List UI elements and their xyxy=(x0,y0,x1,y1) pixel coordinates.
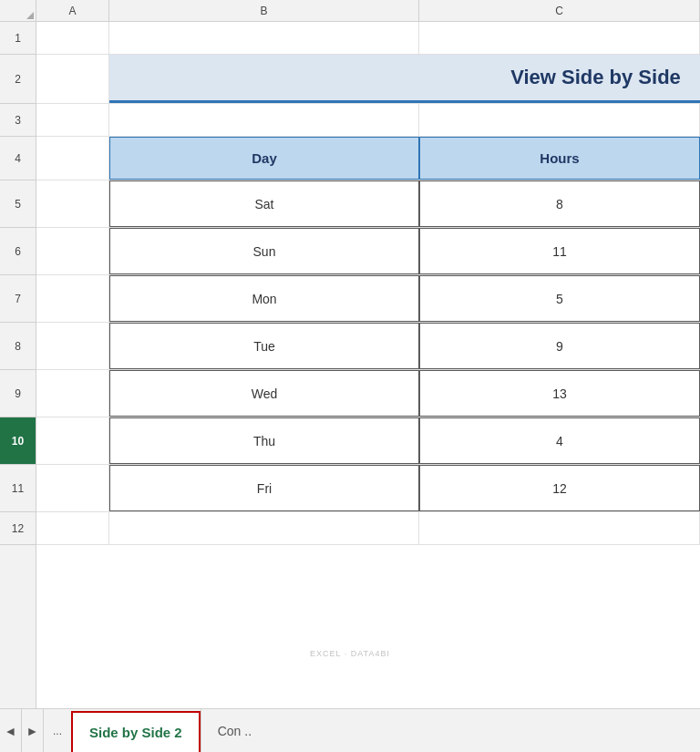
grid-row-12 xyxy=(36,512,700,545)
spreadsheet-title: View Side by Side xyxy=(510,66,681,89)
grid-body: 1 2 3 4 5 6 7 8 9 10 11 12 xyxy=(0,22,700,708)
cell-b4-header[interactable]: Day xyxy=(109,137,419,180)
cell-b11[interactable]: Fri xyxy=(109,465,419,511)
cell-c9[interactable]: 13 xyxy=(419,370,700,417)
cell-a12[interactable] xyxy=(36,512,109,544)
grid-row-11: Fri 12 xyxy=(36,465,700,512)
tab-con[interactable]: Con .. xyxy=(201,709,268,752)
cell-a5[interactable] xyxy=(36,180,109,227)
cell-c8[interactable]: 9 xyxy=(419,323,700,369)
cell-b6[interactable]: Sun xyxy=(109,228,419,274)
row-num-3[interactable]: 3 xyxy=(0,104,36,137)
cell-b8[interactable]: Tue xyxy=(109,323,419,369)
cell-c11[interactable]: 12 xyxy=(419,465,700,511)
cell-c7[interactable]: 5 xyxy=(419,275,700,322)
cell-c5[interactable]: 8 xyxy=(419,180,700,227)
grid-row-8: Tue 9 xyxy=(36,323,700,370)
grid-cells: View Side by Side Day Hours Sat 8 xyxy=(36,22,700,708)
cell-a10[interactable] xyxy=(36,417,109,464)
cell-a2[interactable] xyxy=(36,55,109,103)
grid-row-1 xyxy=(36,22,700,55)
title-cell[interactable]: View Side by Side xyxy=(109,55,700,103)
cell-c6[interactable]: 11 xyxy=(419,228,700,274)
tab-bar: ◄ ► ... Side by Side 2 Con .. xyxy=(0,708,700,752)
cell-c10[interactable]: 4 xyxy=(419,417,700,464)
cell-b7[interactable]: Mon xyxy=(109,275,419,322)
row-num-4[interactable]: 4 xyxy=(0,137,36,180)
cell-c1[interactable] xyxy=(419,22,700,54)
cell-a3[interactable] xyxy=(36,104,109,136)
grid-row-7: Mon 5 xyxy=(36,275,700,323)
tab-nav-left[interactable]: ◄ xyxy=(0,709,22,752)
cell-c12[interactable] xyxy=(419,512,700,544)
cell-a8[interactable] xyxy=(36,323,109,369)
tab-nav-right[interactable]: ► xyxy=(22,709,44,752)
row-num-8[interactable]: 8 xyxy=(0,323,36,370)
grid-row-5: Sat 8 xyxy=(36,180,700,228)
cell-a7[interactable] xyxy=(36,275,109,322)
cell-b12[interactable] xyxy=(109,512,419,544)
cell-a9[interactable] xyxy=(36,370,109,417)
grid-row-3 xyxy=(36,104,700,137)
cell-c3[interactable] xyxy=(419,104,700,136)
watermark: EXCEL · DATA4BI xyxy=(310,649,390,658)
row-num-1[interactable]: 1 xyxy=(0,22,36,55)
cell-a4[interactable] xyxy=(36,137,109,180)
row-num-2[interactable]: 2 xyxy=(0,55,36,104)
grid-row-6: Sun 11 xyxy=(36,228,700,275)
spreadsheet: A B C 1 2 3 4 5 6 7 8 9 10 11 12 xyxy=(0,0,700,708)
row-num-9[interactable]: 9 xyxy=(0,370,36,417)
cell-c4-header[interactable]: Hours xyxy=(419,137,700,180)
cell-b10[interactable]: Thu xyxy=(109,417,419,464)
row-num-7[interactable]: 7 xyxy=(0,275,36,323)
cell-b1[interactable] xyxy=(109,22,419,54)
cell-a6[interactable] xyxy=(36,228,109,274)
grid-row-10: Thu 4 xyxy=(36,417,700,465)
row-num-5[interactable]: 5 xyxy=(0,180,36,228)
grid-row-9: Wed 13 xyxy=(36,370,700,417)
tab-ellipsis[interactable]: ... xyxy=(44,709,71,752)
row-num-10[interactable]: 10 xyxy=(0,417,36,465)
grid-row-4: Day Hours xyxy=(36,137,700,180)
row-num-6[interactable]: 6 xyxy=(0,228,36,275)
col-header-b[interactable]: B xyxy=(109,0,419,21)
cell-b9[interactable]: Wed xyxy=(109,370,419,417)
row-numbers: 1 2 3 4 5 6 7 8 9 10 11 12 xyxy=(0,22,36,708)
tab-side-by-side-2[interactable]: Side by Side 2 xyxy=(71,711,201,752)
row-num-11[interactable]: 11 xyxy=(0,465,36,512)
cell-b3[interactable] xyxy=(109,104,419,136)
column-headers: A B C xyxy=(0,0,700,22)
corner-cell[interactable] xyxy=(0,0,36,21)
grid-row-2: View Side by Side xyxy=(36,55,700,104)
col-header-c[interactable]: C xyxy=(419,0,700,21)
cell-a1[interactable] xyxy=(36,22,109,54)
cell-b5[interactable]: Sat xyxy=(109,180,419,227)
col-header-a[interactable]: A xyxy=(36,0,109,21)
row-num-12[interactable]: 12 xyxy=(0,512,36,545)
cell-a11[interactable] xyxy=(36,465,109,511)
